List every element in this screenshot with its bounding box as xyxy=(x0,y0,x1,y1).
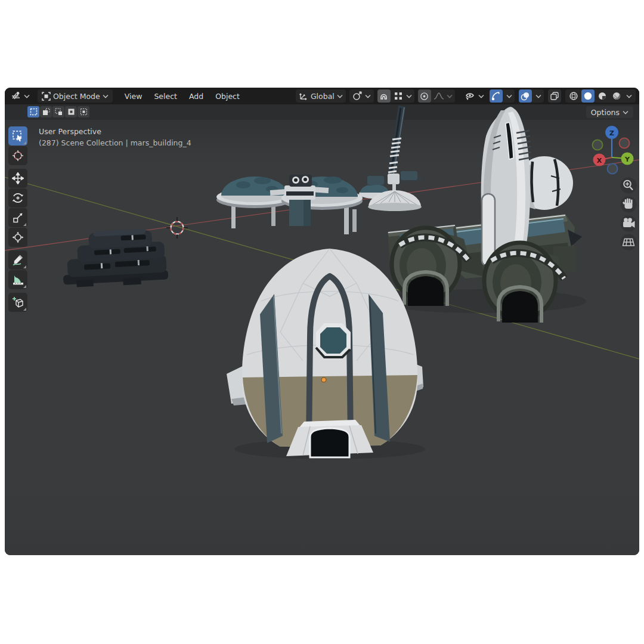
select-subtract-icon xyxy=(55,108,63,116)
material-preview-icon xyxy=(597,91,607,101)
header-menus: View Select Add Object xyxy=(119,89,246,103)
proportional-falloff-dropdown[interactable] xyxy=(432,89,445,103)
3d-viewport-editor-icon xyxy=(11,91,21,101)
add-cube-icon xyxy=(12,296,24,308)
wireframe-icon xyxy=(569,91,578,101)
menu-object[interactable]: Object xyxy=(209,89,246,103)
tool-move[interactable] xyxy=(8,169,27,188)
snap-with-icon xyxy=(394,92,402,100)
toggle-xray-icon xyxy=(550,91,559,101)
pan-button[interactable] xyxy=(621,197,637,213)
select-mode-invert[interactable] xyxy=(65,106,77,117)
shading-group xyxy=(565,89,636,103)
proportional-group xyxy=(418,89,455,103)
snapping-magnet-toggle[interactable] xyxy=(377,89,391,103)
select-invert-icon xyxy=(67,108,75,116)
tool-transform[interactable] xyxy=(8,228,27,247)
select-box-icon xyxy=(12,130,24,142)
viewport-canvas[interactable]: Z X Y xyxy=(5,104,639,555)
proportional-falloff-icon xyxy=(434,92,444,100)
zoom-button[interactable] xyxy=(621,178,637,194)
object-mode-icon xyxy=(42,92,51,101)
show-gizmos-toggle[interactable] xyxy=(490,89,503,103)
tool-add-cube[interactable] xyxy=(8,293,27,312)
tool-scale[interactable] xyxy=(8,208,27,227)
toggle-projection-button[interactable] xyxy=(621,234,637,250)
screenshot-page: Object Mode View Select Add Object Globa… xyxy=(0,0,644,644)
show-gizmos-icon xyxy=(491,91,501,101)
transform-icon xyxy=(12,231,24,243)
menu-add[interactable]: Add xyxy=(183,89,209,103)
show-overlays-toggle[interactable] xyxy=(519,89,532,103)
select-mode-extend[interactable] xyxy=(40,106,52,117)
svg-text:Y: Y xyxy=(624,156,630,163)
solid-shading-icon xyxy=(583,91,593,101)
gizmos-group xyxy=(490,89,515,103)
mode-dropdown[interactable]: Object Mode xyxy=(38,89,113,103)
rendered-shading-icon xyxy=(612,91,621,101)
gizmo-axis-neg-z[interactable] xyxy=(608,164,618,174)
object-type-visibility-icon xyxy=(464,91,476,101)
move-icon xyxy=(12,172,24,184)
shading-material-button[interactable] xyxy=(596,89,609,103)
object-visibility-dropdown[interactable] xyxy=(463,89,485,103)
options-label: Options xyxy=(591,108,620,117)
menu-view[interactable]: View xyxy=(119,89,148,103)
svg-text:X: X xyxy=(597,157,602,165)
gizmo-axis-neg-y[interactable] xyxy=(593,140,603,150)
select-mode-new[interactable] xyxy=(27,106,39,117)
options-dropdown[interactable]: Options xyxy=(586,106,633,118)
toolbar xyxy=(8,126,27,312)
gizmo-axis-x[interactable]: X xyxy=(593,154,606,166)
orientation-label: Global xyxy=(311,92,335,101)
mode-label: Object Mode xyxy=(53,92,100,101)
viewport-header: Object Mode View Select Add Object Globa… xyxy=(5,88,639,104)
toggle-xray-button[interactable] xyxy=(548,89,561,103)
select-new-icon xyxy=(30,108,38,116)
tool-measure[interactable] xyxy=(8,270,27,289)
tool-rotate[interactable] xyxy=(8,188,27,208)
camera-view-button[interactable] xyxy=(621,216,637,232)
shading-wireframe-button[interactable] xyxy=(567,89,580,103)
proportional-editing-icon xyxy=(420,92,429,101)
snapping-group xyxy=(377,89,414,103)
show-overlays-icon xyxy=(521,91,530,101)
snap-with-dropdown[interactable] xyxy=(392,89,405,103)
snap-target-dropdown[interactable] xyxy=(349,89,374,103)
tool-cursor[interactable] xyxy=(8,146,27,165)
select-mode-subtract[interactable] xyxy=(52,106,64,117)
snap-target-icon xyxy=(352,91,363,101)
svg-text:Z: Z xyxy=(609,129,614,137)
scale-icon xyxy=(12,212,24,224)
overlays-group xyxy=(519,89,544,103)
snapping-magnet-icon xyxy=(379,92,388,101)
gizmo-axis-neg-x[interactable] xyxy=(620,138,630,148)
shading-solid-button[interactable] xyxy=(581,89,595,103)
select-mode-intersect[interactable] xyxy=(78,106,89,117)
object-origin-dot xyxy=(321,377,326,382)
annotate-icon xyxy=(12,254,24,266)
measure-icon xyxy=(12,274,24,286)
blender-window: Object Mode View Select Add Object Globa… xyxy=(5,88,639,555)
orientation-dropdown[interactable]: Global xyxy=(296,89,346,103)
gizmo-axis-z[interactable]: Z xyxy=(605,126,618,139)
select-mode-group xyxy=(27,106,89,117)
tool-annotate[interactable] xyxy=(8,250,27,270)
select-intersect-icon xyxy=(80,108,88,116)
gizmo-axis-y[interactable]: Y xyxy=(621,153,634,165)
proportional-editing-toggle[interactable] xyxy=(418,89,431,103)
transform-orientation-icon xyxy=(299,92,308,101)
menu-select[interactable]: Select xyxy=(148,89,183,103)
cursor-tool-icon xyxy=(12,150,24,162)
tool-select-box[interactable] xyxy=(8,126,27,145)
rotate-icon xyxy=(12,192,24,204)
select-extend-icon xyxy=(42,108,50,116)
shading-rendered-button[interactable] xyxy=(610,89,623,103)
editor-type-button[interactable] xyxy=(8,89,33,103)
